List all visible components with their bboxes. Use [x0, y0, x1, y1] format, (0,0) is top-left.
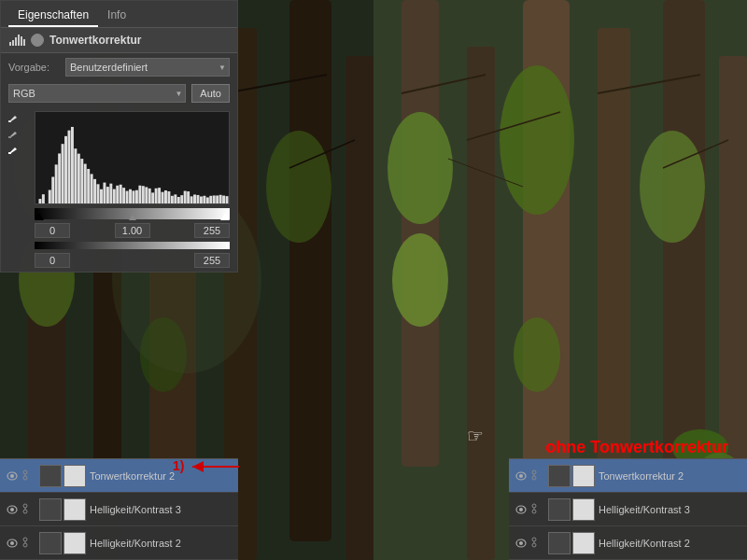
histogram-row	[1, 105, 237, 272]
channel-row: RGB Auto	[1, 81, 237, 105]
layer-name-2: Helligkeit/Kontrast 2	[90, 538, 233, 549]
right-layer-row-0[interactable]: Tonwertkorrektur 2	[509, 459, 747, 493]
layer-thumb-content-2	[39, 532, 62, 554]
tab-info[interactable]: Info	[98, 5, 135, 27]
output-high[interactable]	[194, 253, 230, 268]
svg-point-34	[23, 538, 27, 541]
svg-point-48	[640, 131, 705, 243]
svg-point-59	[532, 470, 536, 474]
input-shadows[interactable]	[35, 223, 70, 238]
svg-point-68	[519, 541, 523, 545]
channel-select[interactable]: RGB	[8, 84, 186, 103]
right-layer-name-1: Helligkeit/Kontrast 3	[599, 504, 741, 515]
histogram-container	[35, 111, 230, 204]
eyedropper-gray[interactable]	[7, 127, 20, 140]
tab-eigenschaften[interactable]: Eigenschaften	[8, 5, 98, 27]
output-levels-slider[interactable]	[35, 242, 230, 249]
panel-header: Tonwertkorrektur	[1, 28, 237, 53]
levels-icon	[8, 34, 25, 47]
visibility-toggle[interactable]	[31, 34, 44, 47]
layer-thumb-mask-0	[63, 465, 86, 487]
layer-thumb-content-0	[39, 465, 62, 487]
layer-row-0[interactable]: Tonwertkorrektur 2	[0, 459, 238, 493]
layer-name-0: Tonwertkorrektur 2	[90, 470, 233, 482]
svg-point-65	[532, 510, 536, 513]
input-highlights[interactable]	[194, 223, 230, 238]
main-layout: Eigenschaften Info Tonwertkorrektur	[0, 0, 747, 560]
layer-eye-2[interactable]	[6, 537, 19, 550]
svg-point-64	[532, 504, 536, 508]
right-layer-name-2: Helligkeit/Kontrast 2	[599, 538, 741, 549]
right-image-panel: ohne Tonwertkorrektur ☞ Tonwertkorrektur…	[374, 0, 747, 560]
svg-point-35	[23, 543, 27, 547]
output-low[interactable]	[35, 253, 70, 268]
svg-point-45	[388, 112, 453, 224]
right-layer-mask-1	[572, 498, 595, 521]
svg-rect-19	[8, 120, 11, 122]
left-layers-panel: Tonwertkorrektur 2 Helligkeit/Kontrast 3	[0, 458, 238, 560]
input-levels-slider[interactable]	[35, 208, 230, 219]
eyedropper-tools	[1, 107, 25, 270]
left-image-panel: Eigenschaften Info Tonwertkorrektur	[0, 0, 374, 560]
right-layer-link-1	[531, 503, 544, 516]
vorgabe-label: Vorgabe:	[8, 62, 60, 73]
eyedropper-black[interactable]	[7, 111, 20, 124]
right-layer-eye-1[interactable]	[514, 503, 528, 516]
vorgabe-row: Vorgabe: Benutzerdefiniert	[1, 53, 237, 81]
right-layer-thumbs-2	[548, 532, 595, 554]
svg-rect-20	[8, 136, 11, 138]
channel-dropdown-wrapper[interactable]: RGB	[8, 84, 186, 103]
svg-point-33	[10, 541, 14, 545]
layer-thumb-content-1	[39, 498, 62, 521]
histogram-canvas	[35, 112, 229, 203]
right-layer-thumb-2	[548, 532, 571, 554]
layer-row-2[interactable]: Helligkeit/Kontrast 2	[0, 526, 238, 560]
right-layer-name-0: Tonwertkorrektur 2	[599, 470, 741, 482]
right-layer-eye-0[interactable]	[514, 469, 528, 483]
svg-point-28	[10, 508, 14, 511]
layer-eye-0[interactable]	[6, 469, 19, 483]
panel-title: Tonwertkorrektur	[49, 34, 141, 47]
histogram-area	[27, 107, 237, 270]
right-layer-link-0	[531, 469, 544, 483]
svg-point-49	[514, 317, 560, 392]
svg-point-23	[10, 474, 14, 478]
svg-point-58	[519, 474, 523, 478]
svg-point-60	[532, 476, 536, 480]
right-layer-thumb-0	[548, 465, 571, 487]
right-layer-link-2	[531, 537, 544, 550]
layer-thumbs-0	[39, 465, 86, 487]
layer-link-1	[22, 503, 35, 516]
layer-eye-1[interactable]	[6, 503, 19, 516]
properties-panel: Eigenschaften Info Tonwertkorrektur	[0, 0, 238, 273]
svg-rect-21	[8, 152, 11, 154]
right-layer-thumbs-1	[548, 498, 595, 521]
input-midtones[interactable]	[115, 223, 150, 238]
right-layer-thumb-1	[548, 498, 571, 521]
layer-thumbs-2	[39, 532, 86, 554]
svg-rect-40	[467, 47, 495, 560]
right-layers-panel: Tonwertkorrektur 2 Helligkeit/Kontrast 3	[509, 458, 747, 560]
right-layer-mask-0	[572, 465, 595, 487]
svg-point-69	[532, 538, 536, 541]
svg-point-29	[23, 504, 27, 508]
svg-point-30	[23, 510, 27, 513]
vorgabe-select[interactable]: Benutzerdefiniert	[65, 58, 230, 77]
auto-button[interactable]: Auto	[191, 84, 230, 103]
eyedropper-white[interactable]	[7, 143, 20, 156]
layer-thumb-mask-1	[63, 498, 86, 521]
layer-thumb-mask-2	[63, 532, 86, 554]
svg-point-25	[23, 476, 27, 480]
right-layer-eye-2[interactable]	[514, 537, 528, 550]
svg-point-46	[500, 65, 574, 215]
svg-point-63	[519, 508, 523, 511]
layer-link-0	[22, 469, 35, 483]
right-layer-row-1[interactable]: Helligkeit/Kontrast 3	[509, 493, 747, 526]
panel-tabs: Eigenschaften Info	[1, 1, 237, 28]
right-layer-row-2[interactable]: Helligkeit/Kontrast 2	[509, 526, 747, 560]
layer-row-1[interactable]: Helligkeit/Kontrast 3	[0, 493, 238, 526]
layer-link-2	[22, 537, 35, 550]
vorgabe-dropdown-wrapper[interactable]: Benutzerdefiniert	[65, 58, 230, 77]
right-layer-mask-2	[572, 532, 595, 554]
svg-point-47	[392, 233, 448, 327]
